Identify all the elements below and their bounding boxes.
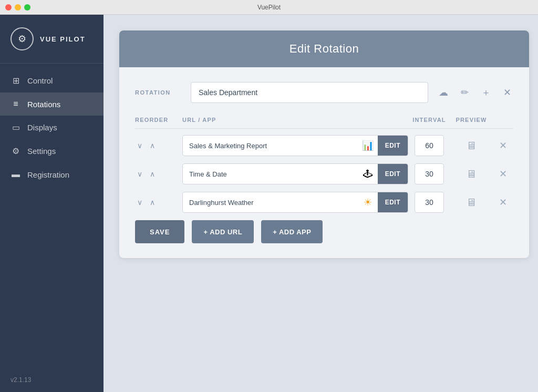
close-button[interactable] — [5, 4, 12, 11]
interval-input-2[interactable] — [415, 163, 444, 184]
sidebar-item-control[interactable]: ⊞ Control — [0, 69, 104, 92]
preview-cell-1: 🖥 — [450, 140, 492, 152]
reorder-buttons-2: ∨ ∧ — [135, 169, 182, 179]
reorder-down-1[interactable]: ∨ — [135, 140, 144, 151]
sidebar-item-control-label: Control — [27, 76, 53, 85]
delete-icon-2[interactable]: ✕ — [499, 168, 507, 180]
main-content: Edit Rotation ROTATION ☁ ✏ ＋ ✕ REORDER — [104, 15, 538, 392]
sidebar: ⚙ VUE PILOT ⊞ Control ≡ Rotations ▭ Disp… — [0, 15, 104, 392]
edit-rotation-card: Edit Rotation ROTATION ☁ ✏ ＋ ✕ REORDER — [119, 30, 529, 258]
table-header: REORDER URL / APP INTERVAL PREVIEW — [135, 115, 513, 129]
upload-icon[interactable]: ☁ — [437, 85, 450, 100]
displays-icon: ▭ — [11, 122, 21, 132]
add-app-button[interactable]: + ADD APP — [261, 220, 323, 243]
reorder-down-2[interactable]: ∨ — [135, 169, 144, 179]
maximize-button[interactable] — [24, 4, 30, 11]
sidebar-item-settings-label: Settings — [27, 147, 56, 156]
delete-cell-2: ✕ — [492, 168, 513, 180]
url-text-3: Darlinghurst Weather — [183, 199, 358, 207]
sidebar-item-registration[interactable]: ▬ Registration — [0, 163, 104, 186]
edit-button-2[interactable]: EDIT — [378, 163, 408, 184]
card-body: ROTATION ☁ ✏ ＋ ✕ REORDER URL / APP INTER… — [119, 67, 529, 258]
delete-icon-3[interactable]: ✕ — [499, 197, 507, 208]
edit-button-1[interactable]: EDIT — [378, 135, 408, 156]
reorder-buttons-3: ∨ ∧ — [135, 197, 182, 208]
interval-input-3[interactable] — [415, 192, 444, 213]
interval-cell-3 — [408, 192, 450, 213]
sidebar-item-displays-label: Displays — [27, 123, 57, 132]
window-controls[interactable] — [5, 4, 30, 11]
sidebar-item-rotations[interactable]: ≡ Rotations — [0, 92, 104, 116]
url-text-1: Sales & Marketing Report — [183, 142, 358, 150]
rotations-icon: ≡ — [11, 99, 21, 109]
rotation-name-input[interactable] — [191, 82, 428, 103]
url-field-2: Time & Date 🕹 EDIT — [182, 163, 408, 184]
url-field-3: Darlinghurst Weather ☀ EDIT — [182, 192, 408, 213]
reorder-up-1[interactable]: ∧ — [148, 140, 157, 151]
delete-cell-3: ✕ — [492, 197, 513, 208]
save-button[interactable]: SAVE — [135, 220, 184, 243]
th-interval: INTERVAL — [408, 117, 450, 123]
interval-cell-2 — [408, 163, 450, 184]
table-row: ∨ ∧ Time & Date 🕹 EDIT 🖥 — [135, 163, 513, 184]
url-text-2: Time & Date — [183, 170, 358, 178]
sidebar-item-displays[interactable]: ▭ Displays — [0, 116, 104, 139]
registration-icon: ▬ — [11, 170, 21, 179]
monitor-icon-3[interactable]: 🖥 — [466, 197, 477, 209]
app-title: VuePilot — [257, 4, 281, 11]
app-icon-2: 🕹 — [358, 163, 378, 184]
control-icon: ⊞ — [11, 76, 21, 86]
rotation-actions: ☁ ✏ ＋ ✕ — [437, 84, 513, 101]
minimize-button[interactable] — [15, 4, 21, 11]
sidebar-logo: ⚙ VUE PILOT — [0, 15, 104, 64]
rotation-field-label: ROTATION — [135, 89, 182, 96]
reorder-down-3[interactable]: ∨ — [135, 197, 144, 208]
edit-button-3[interactable]: EDIT — [378, 192, 408, 213]
close-icon[interactable]: ✕ — [501, 85, 513, 100]
monitor-icon-2[interactable]: 🖥 — [466, 168, 477, 180]
interval-input-1[interactable] — [415, 135, 444, 156]
settings-icon: ⚙ — [11, 146, 21, 156]
th-url-app: URL / APP — [182, 117, 408, 123]
add-url-button[interactable]: + ADD URL — [192, 220, 254, 243]
interval-cell-1 — [408, 135, 450, 156]
card-header: Edit Rotation — [119, 30, 529, 67]
table-row: ∨ ∧ Sales & Marketing Report 📊 EDIT 🖥 — [135, 135, 513, 156]
th-reorder: REORDER — [135, 117, 182, 123]
reorder-up-3[interactable]: ∧ — [148, 197, 157, 208]
app-container: ⚙ VUE PILOT ⊞ Control ≡ Rotations ▭ Disp… — [0, 15, 538, 392]
delete-icon-1[interactable]: ✕ — [499, 140, 507, 151]
delete-cell-1: ✕ — [492, 140, 513, 151]
sidebar-item-rotations-label: Rotations — [27, 100, 60, 109]
table-row: ∨ ∧ Darlinghurst Weather ☀ EDIT 🖥 — [135, 192, 513, 213]
app-icon-1: 📊 — [358, 135, 378, 156]
logo-text: VUE PILOT — [40, 35, 86, 43]
preview-cell-2: 🖥 — [450, 168, 492, 180]
titlebar: VuePilot — [0, 0, 538, 15]
rotation-name-row: ROTATION ☁ ✏ ＋ ✕ — [135, 82, 513, 103]
reorder-up-2[interactable]: ∧ — [148, 169, 157, 179]
app-icon-3: ☀ — [358, 192, 378, 213]
add-icon[interactable]: ＋ — [479, 84, 493, 101]
th-preview: PREVIEW — [450, 117, 492, 123]
bottom-buttons: SAVE + ADD URL + ADD APP — [135, 220, 513, 243]
sidebar-item-settings[interactable]: ⚙ Settings — [0, 139, 104, 163]
sidebar-item-registration-label: Registration — [27, 170, 69, 179]
preview-cell-3: 🖥 — [450, 197, 492, 209]
logo-icon: ⚙ — [11, 27, 34, 50]
sidebar-nav: ⊞ Control ≡ Rotations ▭ Displays ⚙ Setti… — [0, 64, 104, 368]
monitor-icon-1[interactable]: 🖥 — [466, 140, 477, 152]
version-label: v2.1.13 — [0, 368, 104, 392]
reorder-buttons-1: ∨ ∧ — [135, 140, 182, 151]
edit-icon[interactable]: ✏ — [459, 85, 471, 100]
url-field-1: Sales & Marketing Report 📊 EDIT — [182, 135, 408, 156]
